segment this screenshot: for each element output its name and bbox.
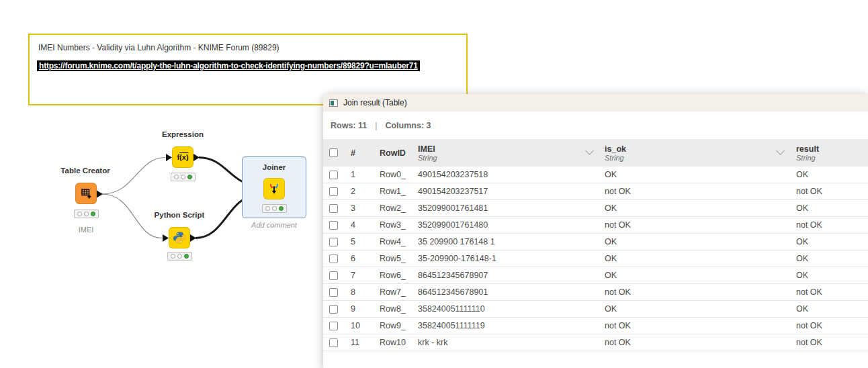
table-row[interactable]: 9 Row8_ 358240051111110 OK OK [323,301,868,318]
row-id: Row10 [373,338,411,347]
row-index: 8 [343,287,373,297]
row-checkbox[interactable] [329,271,338,280]
sort-chevron-icon[interactable] [776,146,785,155]
row-checkbox[interactable] [329,221,338,230]
node-table-creator[interactable] [75,183,97,204]
row-checkbox[interactable] [329,238,338,246]
cell-result: not OK [789,187,868,196]
status-green-on [184,254,189,259]
status-green-on [187,175,192,179]
node-joiner[interactable] [263,178,285,199]
cell-result: OK [789,254,868,263]
columns-count: Columns: 3 [385,121,431,130]
table-row[interactable]: 7 Row6_ 864512345678907 OK OK [323,267,868,284]
rows-count: Rows: 11 [331,121,367,130]
panel-titlebar[interactable]: Join result (Table) [323,94,868,111]
cell-result: not OK [789,321,868,330]
cell-is-ok: not OK [598,338,771,347]
annotation-title: IMEI Numbers - Validity via Luhn Algorit… [38,43,279,52]
row-checkbox[interactable] [329,255,338,263]
header-is-ok[interactable]: is_ok String [598,139,771,167]
node-expression[interactable]: f(x) [172,146,193,168]
cell-is-ok: not OK [598,321,771,330]
cell-result: not OK [789,338,868,347]
cell-is-ok: OK [598,254,771,263]
table-header: # RowID IMEI String is_ok String result … [323,139,868,167]
table-row[interactable]: 2 Row1_ 490154203237517 not OK not OK [323,183,868,200]
row-index: 10 [343,321,373,330]
row-id: Row2_ [373,203,411,213]
table-view-icon [329,99,338,107]
table-row[interactable]: 6 Row5_ 35-209900-176148-1 OK OK [323,250,868,267]
cell-result: OK [789,304,868,314]
traffic-light-python-script [167,252,192,261]
row-checkbox[interactable] [329,322,338,330]
output-port-icon[interactable] [97,191,103,198]
output-port-icon[interactable] [190,234,196,242]
row-checkbox[interactable] [329,305,338,314]
row-index: 2 [343,187,373,196]
table-plus-icon [80,187,93,200]
table-row[interactable]: 11 Row10 krk - krk not OK not OK [323,334,868,351]
row-index: 9 [343,304,373,314]
row-checkbox[interactable] [329,204,338,213]
cell-is-ok: OK [598,170,771,179]
header-result[interactable]: result String [789,139,868,167]
table-row[interactable]: 8 Row7_ 864512345678901 not OK not OK [323,284,868,301]
row-id: Row5_ [373,254,411,263]
table-row[interactable]: 1 Row0_ 490154203237518 OK OK [323,167,868,183]
row-checkbox[interactable] [329,187,338,196]
output-port-icon[interactable] [193,154,200,161]
status-red-off [265,206,270,211]
row-checkbox[interactable] [329,338,338,347]
forum-link[interactable]: https://forum.knime.com/t/apply-the-luhn… [37,60,420,71]
table-row[interactable]: 5 Row4_ 35 209900 176148 1 OK OK [323,234,868,250]
table-row[interactable]: 3 Row2_ 352099001761481 OK OK [323,200,868,217]
fx-icon: f(x) [177,153,188,161]
row-checkbox[interactable] [329,288,338,297]
row-id: Row6_ [373,271,411,280]
header-imei[interactable]: IMEI String [411,139,581,167]
panel-title: Join result (Table) [343,98,407,107]
status-red-off [174,175,179,179]
status-red-off [77,212,82,216]
knime-workflow-editor: IMEI Numbers - Validity via Luhn Algorit… [0,0,868,368]
select-all-checkbox[interactable] [329,148,338,157]
cell-is-ok: OK [598,304,771,314]
cell-imei: krk - krk [411,338,581,347]
input-port-icon[interactable] [166,154,172,161]
cell-imei: 358240051111119 [411,321,581,330]
status-yellow-off [84,212,89,216]
node-python-script[interactable] [169,227,190,248]
row-id: Row1_ [373,187,411,196]
cell-is-ok: not OK [598,187,771,196]
cell-imei: 358240051111110 [411,304,581,314]
cell-result: OK [789,170,868,179]
status-green-on [91,212,95,216]
connection-tablecreator-expression[interactable] [102,158,165,195]
sort-chevron-icon[interactable] [585,146,594,155]
row-id: Row0_ [373,170,411,179]
connection-tablecreator-pythonscript[interactable] [102,194,162,238]
add-comment-placeholder[interactable]: Add comment [251,221,297,229]
table-row[interactable]: 10 Row9_ 358240051111119 not OK not OK [323,318,868,334]
cell-is-ok: not OK [598,287,771,297]
cell-imei: 490154203237517 [411,187,581,196]
table-row[interactable]: 4 Row3_ 352099001761480 not OK not OK [323,217,868,234]
cell-result: OK [789,271,868,280]
row-index: 7 [343,271,373,280]
row-id: Row8_ [373,304,411,314]
status-yellow-off [177,254,182,259]
cell-is-ok: OK [598,237,771,246]
row-index: 1 [343,170,373,179]
row-checkbox[interactable] [329,171,338,179]
status-yellow-off [181,175,185,179]
status-green-on [279,206,284,211]
header-index[interactable]: # [343,139,373,167]
cell-imei: 352099001761481 [411,203,581,213]
row-index: 5 [343,237,373,246]
table-body: 1 Row0_ 490154203237518 OK OK 2 Row1_ 49… [323,167,868,351]
input-port-icon[interactable] [163,234,169,242]
cell-imei: 35-209900-176148-1 [411,254,581,263]
header-rowid[interactable]: RowID [373,139,411,167]
